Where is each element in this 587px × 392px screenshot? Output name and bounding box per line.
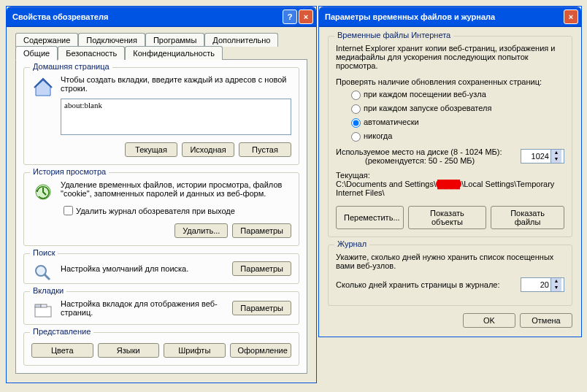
tab-privacy[interactable]: Конфиденциальность — [125, 46, 223, 60]
colors-button[interactable]: Цвета — [31, 343, 93, 358]
disk-space-spinner[interactable]: ▲▼ — [521, 149, 564, 164]
cancel-button[interactable]: Отмена — [520, 313, 572, 328]
tab-content[interactable]: Содержание — [15, 33, 78, 47]
journal-days-input[interactable] — [521, 278, 550, 291]
radio-every-start[interactable] — [351, 104, 361, 114]
tabs-icon — [31, 299, 55, 323]
svg-line-2 — [45, 274, 50, 280]
home-address-input[interactable]: about:blank — [61, 99, 291, 135]
ok-button[interactable]: OK — [463, 313, 515, 328]
home-desc: Чтобы создать вкладки, введите каждый из… — [61, 75, 291, 93]
fonts-button[interactable]: Шрифты — [164, 343, 226, 358]
home-current-button[interactable]: Текущая — [125, 142, 177, 157]
history-icon — [31, 180, 55, 204]
spinner-down-icon[interactable]: ▼ — [551, 285, 561, 291]
history-settings-button[interactable]: Параметры — [232, 223, 291, 238]
svg-rect-3 — [35, 307, 51, 317]
close-button-2[interactable]: × — [564, 9, 578, 24]
history-legend: История просмотра — [30, 167, 109, 176]
radio-every-visit[interactable] — [351, 91, 361, 100]
temp-desc: Internet Explorer хранит копии веб-стран… — [336, 44, 564, 70]
close-button[interactable]: × — [299, 9, 313, 24]
history-desc: Удаление временных файлов, истории просм… — [61, 180, 291, 198]
journal-legend: Журнал — [334, 239, 369, 248]
tab-connections[interactable]: Подключения — [78, 33, 145, 47]
show-objects-button[interactable]: Показать объекты — [408, 206, 487, 229]
home-default-button[interactable]: Исходная — [182, 142, 234, 157]
home-legend: Домашняя страница — [30, 62, 112, 71]
search-desc: Настройка умолчаний для поиска. — [61, 264, 232, 273]
spinner-up-icon[interactable]: ▲ — [551, 278, 561, 285]
accessibility-button[interactable]: Оформление — [230, 343, 292, 358]
search-icon — [31, 261, 55, 285]
spinner-down-icon[interactable]: ▼ — [551, 156, 561, 163]
check-updates-label: Проверять наличие обновления сохраненных… — [336, 77, 564, 86]
disk-space-hint: (рекомендуется: 50 - 250 МБ) — [336, 156, 521, 165]
search-legend: Поиск — [30, 248, 58, 257]
journal-desc: Укажите, сколько дней нужно хранить спис… — [336, 253, 564, 270]
help-button[interactable]: ? — [283, 9, 297, 24]
spinner-up-icon[interactable]: ▲ — [551, 150, 561, 156]
redacted-username: ████ — [436, 180, 461, 188]
tabs-settings-button[interactable]: Параметры — [232, 301, 291, 315]
journal-days-label: Сколько дней хранить страницы в журнале: — [336, 280, 521, 289]
dialog1-titlebar: Свойства обозревателя ? × — [7, 7, 316, 27]
tab-security[interactable]: Безопасность — [58, 46, 125, 60]
history-delete-button[interactable]: Удалить... — [174, 223, 228, 238]
current-folder-label: Текущая: — [336, 171, 564, 180]
current-folder-path: C:\Documents and Settings\████\Local Set… — [336, 180, 564, 197]
tab-advanced[interactable]: Дополнительно — [204, 33, 278, 47]
radio-never[interactable] — [351, 132, 361, 142]
radio-never-label: никогда — [364, 131, 392, 140]
appearance-legend: Представление — [30, 327, 93, 336]
svg-point-1 — [36, 266, 46, 276]
languages-button[interactable]: Языки — [98, 343, 160, 358]
dialog2-title: Параметры временных файлов и журнала — [325, 12, 562, 21]
home-icon — [31, 75, 55, 99]
tabs-desc: Настройка вкладок для отображения веб-ст… — [61, 299, 232, 317]
move-folder-button[interactable]: Переместить... — [336, 206, 404, 229]
tabs-legend: Вкладки — [30, 286, 66, 295]
tab-general[interactable]: Общие — [15, 46, 58, 61]
temp-legend: Временные файлы Интернета — [334, 31, 453, 39]
radio-auto-label: автоматически — [364, 118, 419, 126]
svg-rect-5 — [41, 304, 47, 307]
dialog2-titlebar: Параметры временных файлов и журнала × — [319, 7, 581, 27]
search-settings-button[interactable]: Параметры — [232, 261, 291, 276]
radio-auto[interactable] — [351, 118, 361, 128]
disk-space-label: Используемое место на диске (8 - 1024 МБ… — [336, 147, 521, 156]
delete-on-exit-label: Удалить журнал обозревателя при выходе — [76, 207, 235, 215]
delete-on-exit-checkbox[interactable] — [64, 206, 73, 215]
show-files-button[interactable]: Показать файлы — [491, 206, 564, 229]
tab-programs[interactable]: Программы — [145, 33, 204, 47]
journal-days-spinner[interactable]: ▲▼ — [521, 277, 564, 292]
disk-space-input[interactable] — [521, 150, 550, 163]
svg-rect-4 — [35, 304, 41, 307]
dialog1-title: Свойства обозревателя — [12, 12, 281, 21]
radio-every-start-label: при каждом запуске обозревателя — [364, 104, 491, 112]
home-blank-button[interactable]: Пустая — [239, 142, 291, 157]
folder-path-pre: C:\Documents and Settings\ — [336, 180, 436, 188]
radio-every-visit-label: при каждом посещении веб-узла — [364, 90, 486, 99]
